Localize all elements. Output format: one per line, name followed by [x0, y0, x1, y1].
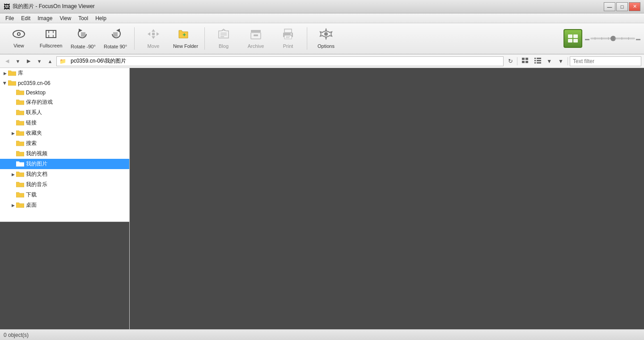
tree-item-favorites[interactable]: ▶ 收藏夹	[0, 128, 129, 138]
svg-rect-7	[113, 32, 118, 37]
svg-rect-12	[152, 33, 155, 35]
list-view-button[interactable]	[532, 56, 543, 66]
tree-item-downloads[interactable]: 下载	[0, 190, 129, 200]
toolbar-move-button[interactable]: Move	[138, 25, 169, 52]
menu-file[interactable]: File	[2, 14, 17, 22]
minimize-button[interactable]: —	[604, 2, 615, 11]
toolbar-blog-label: Blog	[219, 43, 229, 49]
tree-label-videos: 我的视频	[26, 150, 47, 157]
new-folder-icon: +	[178, 28, 193, 42]
options-icon	[319, 28, 333, 42]
tree-item-desktop[interactable]: Desktop	[0, 88, 129, 97]
toolbar-fullscreen-button[interactable]: Fullscreen	[36, 25, 66, 52]
svg-point-2	[18, 33, 20, 35]
folder-small-icon: 📁	[59, 58, 66, 64]
folder-saved-games-icon	[16, 99, 24, 106]
content-area	[130, 68, 644, 329]
nav-up-button[interactable]: ▲	[46, 57, 55, 66]
tree-item-search[interactable]: 搜索	[0, 138, 129, 149]
nav-dropdown2-button[interactable]: ▼	[35, 57, 44, 66]
toolbar-rotate-pos-label: Rotate 90°	[104, 44, 127, 49]
tree-item-documents[interactable]: ▶ 我的文档	[0, 169, 129, 179]
expand-documents[interactable]: ▶	[10, 171, 16, 178]
svg-rect-33	[522, 61, 525, 63]
tree-item-ku[interactable]: ▶ 库	[0, 68, 129, 78]
rotate-pos-icon	[109, 28, 122, 42]
toolbar-archive-button[interactable]: Archive	[241, 25, 271, 52]
close-button[interactable]: ✕	[629, 2, 640, 11]
tree-label-saved-games: 保存的游戏	[26, 98, 53, 106]
app-icon: 🖼	[4, 3, 10, 10]
title-bar-title: 我的图片 - FocusOn Image Viewer	[13, 3, 95, 10]
view-dropdown-button[interactable]: ▼	[544, 57, 554, 65]
zoom-slider[interactable]: ▬ ▬	[585, 36, 640, 41]
expand-favorites[interactable]: ▶	[10, 130, 16, 136]
toolbar-sep-2	[204, 27, 205, 50]
svg-marker-11	[157, 32, 159, 36]
menu-view[interactable]: View	[56, 14, 75, 22]
nav-back-button[interactable]: ◀	[3, 57, 12, 66]
toolbar-view-button[interactable]: View	[4, 25, 34, 52]
refresh-button[interactable]: ↻	[505, 56, 515, 66]
tree-label-downloads: 下载	[26, 191, 37, 199]
toolbar-options-label: Options	[318, 43, 335, 49]
toolbar-rotate-pos-button[interactable]: Rotate 90°	[100, 25, 131, 52]
menu-help[interactable]: Help	[92, 14, 110, 22]
folder-ku-icon	[8, 70, 16, 76]
toolbar-rotate-neg-button[interactable]: Rotate -90°	[68, 25, 98, 52]
toolbar-fullscreen-label: Fullscreen	[40, 43, 63, 48]
nav-forward-button[interactable]: ▶	[24, 57, 33, 66]
toolbar-blog-button[interactable]: Blog	[208, 25, 239, 52]
tree-item-pc0359[interactable]: ▶ pc0359.cn-06	[0, 78, 129, 88]
svg-rect-20	[284, 29, 292, 33]
expand-pc0359[interactable]: ▶	[2, 80, 8, 86]
address-input[interactable]	[68, 56, 500, 66]
filter-button[interactable]: ▼	[556, 57, 566, 65]
menu-bar: File Edit Image View Tool Help	[0, 13, 644, 23]
toolbar-new-folder-button[interactable]: + New Folder	[170, 25, 201, 52]
tree-item-saved-games[interactable]: 保存的游戏	[0, 97, 129, 107]
tree-item-music[interactable]: 我的音乐	[0, 179, 129, 190]
toolbar-right: ▬ ▬	[564, 29, 640, 48]
folder-desktop-icon	[16, 89, 24, 96]
grid-view-button[interactable]	[519, 56, 531, 66]
print-icon	[281, 28, 295, 42]
menu-edit[interactable]: Edit	[17, 14, 34, 22]
main-area: ▶ 库 ▶ pc0359.cn-06 Desktop	[0, 68, 644, 329]
svg-marker-9	[152, 36, 155, 39]
svg-rect-3	[46, 30, 56, 38]
nav-dropdown-button[interactable]: ▼	[13, 57, 22, 66]
maximize-button[interactable]: □	[616, 2, 628, 11]
toolbar-view-label: View	[13, 43, 24, 48]
svg-rect-34	[525, 61, 528, 63]
svg-rect-36	[537, 58, 541, 59]
toolbar: View Fullscreen Rotate -90°	[0, 23, 644, 55]
move-icon	[147, 28, 160, 42]
toolbar-rotate-neg-label: Rotate -90°	[71, 44, 96, 49]
svg-rect-5	[81, 32, 85, 37]
status-bar: 0 object(s)	[0, 329, 644, 340]
toolbar-sep-1	[134, 27, 135, 50]
folder-documents-icon	[16, 171, 24, 178]
tree-item-links[interactable]: 链接	[0, 118, 129, 128]
view-toggle-button[interactable]	[564, 29, 582, 48]
tree-item-desktop2[interactable]: ▶ 桌面	[0, 200, 129, 210]
menu-tool[interactable]: Tool	[75, 14, 92, 22]
toolbar-print-button[interactable]: Print	[273, 25, 303, 52]
menu-image[interactable]: Image	[34, 14, 56, 22]
expand-ku[interactable]: ▶	[2, 70, 8, 76]
blog-icon	[217, 28, 230, 42]
tree-item-contacts[interactable]: 联系人	[0, 107, 129, 118]
text-filter-input[interactable]	[570, 56, 641, 66]
svg-marker-8	[152, 29, 155, 32]
expand-desktop2[interactable]: ▶	[10, 202, 16, 208]
toolbar-print-label: Print	[283, 43, 293, 49]
view-mode-buttons: ▼	[519, 56, 554, 66]
tree-item-pictures[interactable]: 我的图片	[0, 159, 129, 169]
title-bar-controls: — □ ✕	[604, 2, 640, 11]
tree-label-links: 链接	[26, 119, 37, 127]
tree-label-music: 我的音乐	[26, 181, 47, 188]
tree-item-videos[interactable]: 我的视频	[0, 149, 129, 159]
toolbar-archive-label: Archive	[248, 43, 264, 49]
toolbar-options-button[interactable]: Options	[311, 25, 341, 52]
